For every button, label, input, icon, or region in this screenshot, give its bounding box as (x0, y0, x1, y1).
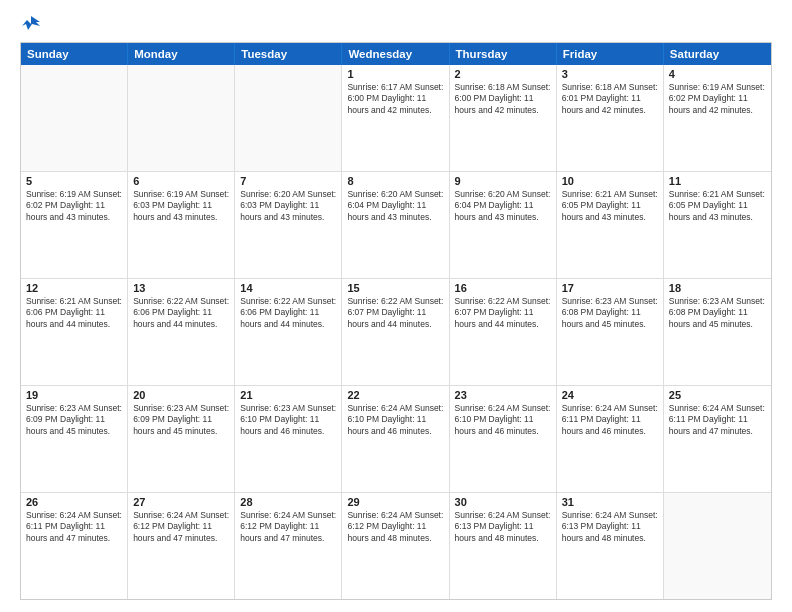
day-number: 20 (133, 389, 229, 401)
day-info: Sunrise: 6:19 AM Sunset: 6:02 PM Dayligh… (669, 82, 766, 116)
calendar-cell: 13Sunrise: 6:22 AM Sunset: 6:06 PM Dayli… (128, 279, 235, 385)
calendar-cell: 19Sunrise: 6:23 AM Sunset: 6:09 PM Dayli… (21, 386, 128, 492)
calendar-cell (664, 493, 771, 599)
calendar-cell (128, 65, 235, 171)
day-info: Sunrise: 6:24 AM Sunset: 6:10 PM Dayligh… (347, 403, 443, 437)
day-number: 5 (26, 175, 122, 187)
day-number: 2 (455, 68, 551, 80)
day-info: Sunrise: 6:21 AM Sunset: 6:06 PM Dayligh… (26, 296, 122, 330)
calendar-cell: 20Sunrise: 6:23 AM Sunset: 6:09 PM Dayli… (128, 386, 235, 492)
day-number: 21 (240, 389, 336, 401)
calendar-cell: 4Sunrise: 6:19 AM Sunset: 6:02 PM Daylig… (664, 65, 771, 171)
logo-bird-icon (22, 16, 40, 32)
day-info: Sunrise: 6:22 AM Sunset: 6:07 PM Dayligh… (347, 296, 443, 330)
calendar-cell: 6Sunrise: 6:19 AM Sunset: 6:03 PM Daylig… (128, 172, 235, 278)
day-number: 31 (562, 496, 658, 508)
calendar-cell: 3Sunrise: 6:18 AM Sunset: 6:01 PM Daylig… (557, 65, 664, 171)
day-number: 15 (347, 282, 443, 294)
day-number: 19 (26, 389, 122, 401)
page: SundayMondayTuesdayWednesdayThursdayFrid… (0, 0, 792, 612)
header (20, 16, 772, 32)
day-info: Sunrise: 6:18 AM Sunset: 6:00 PM Dayligh… (455, 82, 551, 116)
day-number: 30 (455, 496, 551, 508)
calendar-cell: 2Sunrise: 6:18 AM Sunset: 6:00 PM Daylig… (450, 65, 557, 171)
calendar-cell: 10Sunrise: 6:21 AM Sunset: 6:05 PM Dayli… (557, 172, 664, 278)
day-number: 24 (562, 389, 658, 401)
day-info: Sunrise: 6:20 AM Sunset: 6:03 PM Dayligh… (240, 189, 336, 223)
calendar: SundayMondayTuesdayWednesdayThursdayFrid… (20, 42, 772, 600)
calendar-cell (235, 65, 342, 171)
calendar-cell: 22Sunrise: 6:24 AM Sunset: 6:10 PM Dayli… (342, 386, 449, 492)
day-info: Sunrise: 6:24 AM Sunset: 6:13 PM Dayligh… (455, 510, 551, 544)
day-info: Sunrise: 6:24 AM Sunset: 6:11 PM Dayligh… (26, 510, 122, 544)
day-info: Sunrise: 6:22 AM Sunset: 6:06 PM Dayligh… (133, 296, 229, 330)
day-number: 12 (26, 282, 122, 294)
logo (20, 16, 40, 32)
day-number: 14 (240, 282, 336, 294)
calendar-cell: 15Sunrise: 6:22 AM Sunset: 6:07 PM Dayli… (342, 279, 449, 385)
calendar-cell: 9Sunrise: 6:20 AM Sunset: 6:04 PM Daylig… (450, 172, 557, 278)
day-info: Sunrise: 6:23 AM Sunset: 6:08 PM Dayligh… (669, 296, 766, 330)
day-info: Sunrise: 6:17 AM Sunset: 6:00 PM Dayligh… (347, 82, 443, 116)
day-number: 4 (669, 68, 766, 80)
calendar-header-cell: Saturday (664, 43, 771, 65)
day-number: 16 (455, 282, 551, 294)
calendar-cell: 8Sunrise: 6:20 AM Sunset: 6:04 PM Daylig… (342, 172, 449, 278)
calendar-header-cell: Wednesday (342, 43, 449, 65)
calendar-row: 1Sunrise: 6:17 AM Sunset: 6:00 PM Daylig… (21, 65, 771, 172)
day-info: Sunrise: 6:24 AM Sunset: 6:12 PM Dayligh… (133, 510, 229, 544)
calendar-header-cell: Tuesday (235, 43, 342, 65)
day-info: Sunrise: 6:24 AM Sunset: 6:13 PM Dayligh… (562, 510, 658, 544)
calendar-header-cell: Sunday (21, 43, 128, 65)
day-info: Sunrise: 6:24 AM Sunset: 6:10 PM Dayligh… (455, 403, 551, 437)
calendar-row: 19Sunrise: 6:23 AM Sunset: 6:09 PM Dayli… (21, 386, 771, 493)
calendar-cell: 12Sunrise: 6:21 AM Sunset: 6:06 PM Dayli… (21, 279, 128, 385)
calendar-cell: 21Sunrise: 6:23 AM Sunset: 6:10 PM Dayli… (235, 386, 342, 492)
day-info: Sunrise: 6:24 AM Sunset: 6:12 PM Dayligh… (347, 510, 443, 544)
svg-marker-0 (22, 16, 40, 30)
day-number: 23 (455, 389, 551, 401)
day-info: Sunrise: 6:24 AM Sunset: 6:11 PM Dayligh… (562, 403, 658, 437)
day-info: Sunrise: 6:21 AM Sunset: 6:05 PM Dayligh… (562, 189, 658, 223)
calendar-cell: 16Sunrise: 6:22 AM Sunset: 6:07 PM Dayli… (450, 279, 557, 385)
calendar-header-cell: Thursday (450, 43, 557, 65)
day-number: 29 (347, 496, 443, 508)
day-number: 1 (347, 68, 443, 80)
day-number: 11 (669, 175, 766, 187)
day-number: 13 (133, 282, 229, 294)
calendar-cell: 23Sunrise: 6:24 AM Sunset: 6:10 PM Dayli… (450, 386, 557, 492)
day-info: Sunrise: 6:24 AM Sunset: 6:12 PM Dayligh… (240, 510, 336, 544)
calendar-cell: 14Sunrise: 6:22 AM Sunset: 6:06 PM Dayli… (235, 279, 342, 385)
day-info: Sunrise: 6:22 AM Sunset: 6:07 PM Dayligh… (455, 296, 551, 330)
calendar-cell: 30Sunrise: 6:24 AM Sunset: 6:13 PM Dayli… (450, 493, 557, 599)
day-number: 7 (240, 175, 336, 187)
calendar-row: 12Sunrise: 6:21 AM Sunset: 6:06 PM Dayli… (21, 279, 771, 386)
day-info: Sunrise: 6:21 AM Sunset: 6:05 PM Dayligh… (669, 189, 766, 223)
calendar-cell: 5Sunrise: 6:19 AM Sunset: 6:02 PM Daylig… (21, 172, 128, 278)
day-number: 17 (562, 282, 658, 294)
day-info: Sunrise: 6:20 AM Sunset: 6:04 PM Dayligh… (455, 189, 551, 223)
day-info: Sunrise: 6:19 AM Sunset: 6:02 PM Dayligh… (26, 189, 122, 223)
day-info: Sunrise: 6:20 AM Sunset: 6:04 PM Dayligh… (347, 189, 443, 223)
day-number: 6 (133, 175, 229, 187)
day-number: 10 (562, 175, 658, 187)
calendar-header-cell: Friday (557, 43, 664, 65)
calendar-cell: 31Sunrise: 6:24 AM Sunset: 6:13 PM Dayli… (557, 493, 664, 599)
calendar-cell: 11Sunrise: 6:21 AM Sunset: 6:05 PM Dayli… (664, 172, 771, 278)
day-number: 27 (133, 496, 229, 508)
calendar-header-cell: Monday (128, 43, 235, 65)
calendar-cell: 26Sunrise: 6:24 AM Sunset: 6:11 PM Dayli… (21, 493, 128, 599)
day-number: 3 (562, 68, 658, 80)
day-number: 25 (669, 389, 766, 401)
calendar-cell: 24Sunrise: 6:24 AM Sunset: 6:11 PM Dayli… (557, 386, 664, 492)
calendar-cell: 7Sunrise: 6:20 AM Sunset: 6:03 PM Daylig… (235, 172, 342, 278)
calendar-cell: 25Sunrise: 6:24 AM Sunset: 6:11 PM Dayli… (664, 386, 771, 492)
day-info: Sunrise: 6:23 AM Sunset: 6:09 PM Dayligh… (133, 403, 229, 437)
day-number: 26 (26, 496, 122, 508)
calendar-row: 26Sunrise: 6:24 AM Sunset: 6:11 PM Dayli… (21, 493, 771, 599)
calendar-cell: 17Sunrise: 6:23 AM Sunset: 6:08 PM Dayli… (557, 279, 664, 385)
day-info: Sunrise: 6:23 AM Sunset: 6:09 PM Dayligh… (26, 403, 122, 437)
calendar-cell (21, 65, 128, 171)
day-number: 9 (455, 175, 551, 187)
calendar-cell: 29Sunrise: 6:24 AM Sunset: 6:12 PM Dayli… (342, 493, 449, 599)
